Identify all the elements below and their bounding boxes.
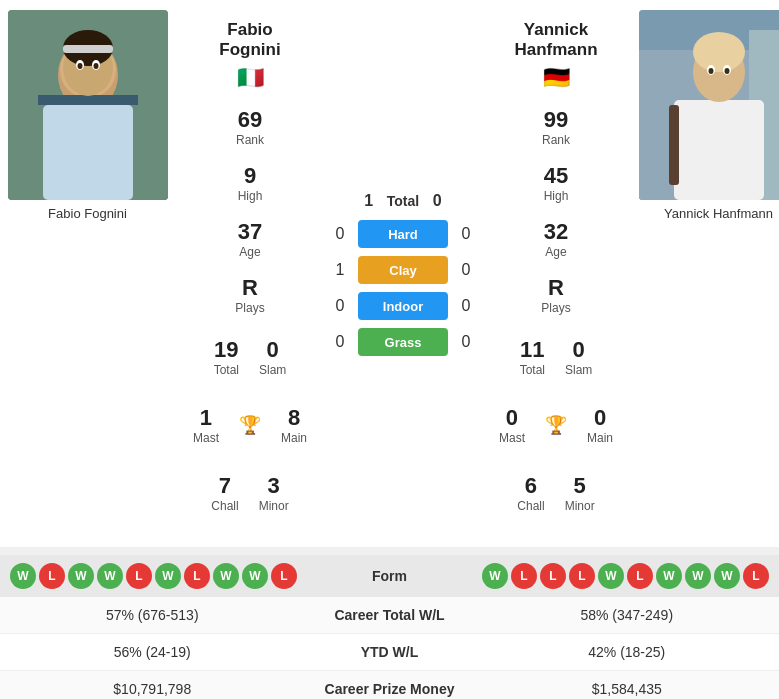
stats-table: 57% (676-513)Career Total W/L58% (347-24…	[0, 597, 779, 699]
stats-cell-center: Career Total W/L	[290, 607, 490, 623]
stats-cell-right: $1,584,435	[490, 681, 765, 697]
form-badge-right: L	[743, 563, 769, 589]
player-left-main-value: 8	[281, 405, 307, 431]
grass-row: 0 Grass 0	[330, 328, 476, 356]
player-left-age-block: 37 Age	[238, 219, 262, 259]
indoor-right-score: 0	[456, 297, 476, 315]
player-right-age-block: 32 Age	[544, 219, 568, 259]
player-left-high-value: 9	[238, 163, 263, 189]
player-right-photo	[639, 10, 780, 200]
player-left-rank-value: 69	[236, 107, 264, 133]
trophy-right-icon: 🏆	[545, 414, 567, 436]
indoor-button[interactable]: Indoor	[358, 292, 448, 320]
player-right-mast-value: 0	[499, 405, 525, 431]
player-left-chall-block: 7 Chall	[211, 473, 238, 513]
player-left-main-label: Main	[281, 431, 307, 445]
total-left-score: 1	[359, 192, 379, 210]
player-right-total-block: 11 Total	[520, 337, 545, 377]
player-right-minor-label: Minor	[565, 499, 595, 513]
form-badge-left: W	[10, 563, 36, 589]
form-label: Form	[372, 568, 407, 584]
trophy-left-icon: 🏆	[239, 414, 261, 436]
grass-button[interactable]: Grass	[358, 328, 448, 356]
player-right-name-line1: Yannick	[514, 20, 597, 40]
player-left-age-value: 37	[238, 219, 262, 245]
player-right-age-label: Age	[544, 245, 568, 259]
player-right-high-label: High	[544, 189, 569, 203]
svg-point-19	[693, 32, 745, 72]
player-left-name-line1: Fabio	[219, 20, 280, 40]
svg-rect-17	[674, 100, 764, 200]
stats-row: 56% (24-19)YTD W/L42% (18-25)	[0, 634, 779, 671]
player-right-plays-label: Plays	[541, 301, 570, 315]
form-badge-left: L	[271, 563, 297, 589]
player-left-stats: Fabio Fognini 🇮🇹 69 Rank 9 High 37 Age R…	[175, 10, 325, 537]
form-badge-left: W	[68, 563, 94, 589]
form-badge-right: W	[482, 563, 508, 589]
svg-rect-5	[43, 105, 133, 200]
hard-button[interactable]: Hard	[358, 220, 448, 248]
player-right-chall-value: 6	[517, 473, 544, 499]
stats-cell-left: 56% (24-19)	[15, 644, 290, 660]
players-section: Fabio Fognini Fabio Fognini 🇮🇹 69 Rank 9…	[0, 0, 779, 547]
svg-point-22	[708, 68, 713, 74]
player-right-high-value: 45	[544, 163, 569, 189]
player-right-total-label: Total	[520, 363, 545, 377]
total-row: 1 Total 0	[359, 192, 447, 210]
svg-point-10	[77, 63, 82, 69]
main-container: Fabio Fognini Fabio Fognini 🇮🇹 69 Rank 9…	[0, 0, 779, 699]
indoor-row: 0 Indoor 0	[330, 292, 476, 320]
stats-cell-left: $10,791,798	[15, 681, 290, 697]
player-left-chall-value: 7	[211, 473, 238, 499]
form-badge-left: W	[213, 563, 239, 589]
player-left-trophy: 🏆	[239, 397, 261, 453]
player-right-photo-col: Yannick Hanfmann	[631, 10, 779, 537]
player-right-trophy: 🏆	[545, 397, 567, 453]
form-badge-left: W	[242, 563, 268, 589]
player-left-minor-label: Minor	[259, 499, 289, 513]
player-left-plays-label: Plays	[235, 301, 264, 315]
player-right-flag: 🇩🇪	[514, 65, 597, 91]
form-badge-right: L	[511, 563, 537, 589]
player-left-rank-label: Rank	[236, 133, 264, 147]
player-left-mast-main-row: 1 Mast 🏆 8 Main	[193, 397, 307, 453]
player-right-mast-block: 0 Mast	[499, 405, 525, 445]
player-right-plays-block: R Plays	[541, 275, 570, 315]
player-right-main-block: 0 Main	[587, 405, 613, 445]
player-right-rank-value: 99	[542, 107, 570, 133]
player-left-name-label: Fabio Fognini	[48, 206, 127, 221]
stats-cell-center: YTD W/L	[290, 644, 490, 660]
player-right-chall-block: 6 Chall	[517, 473, 544, 513]
form-badge-right: L	[540, 563, 566, 589]
grass-right-score: 0	[456, 333, 476, 351]
player-right-high-block: 45 High	[544, 163, 569, 203]
player-right-total-slam-row: 11 Total 0 Slam	[520, 329, 593, 385]
clay-row: 1 Clay 0	[330, 256, 476, 284]
player-left-rank-block: 69 Rank	[236, 107, 264, 147]
form-badge-right: W	[685, 563, 711, 589]
player-right-minor-value: 5	[565, 473, 595, 499]
player-right-slam-value: 0	[565, 337, 592, 363]
player-left-total-block: 19 Total	[214, 337, 239, 377]
player-right-chall-minor-row: 6 Chall 5 Minor	[517, 465, 594, 521]
player-left-chall-minor-row: 7 Chall 3 Minor	[211, 465, 288, 521]
player-left-main-block: 8 Main	[281, 405, 307, 445]
player-right-mast-main-row: 0 Mast 🏆 0 Main	[499, 397, 613, 453]
form-badge-left: L	[126, 563, 152, 589]
player-left-mast-label: Mast	[193, 431, 219, 445]
form-badge-right: L	[569, 563, 595, 589]
player-right-slam-block: 0 Slam	[565, 337, 592, 377]
player-right-rank-block: 99 Rank	[542, 107, 570, 147]
player-left-plays-value: R	[235, 275, 264, 301]
form-badge-right: W	[656, 563, 682, 589]
player-right-age-value: 32	[544, 219, 568, 245]
clay-button[interactable]: Clay	[358, 256, 448, 284]
form-badge-right: W	[714, 563, 740, 589]
player-left-name-line2: Fognini	[219, 40, 280, 60]
total-label: Total	[387, 193, 419, 209]
player-left-minor-value: 3	[259, 473, 289, 499]
form-badge-right: L	[627, 563, 653, 589]
player-right-chall-label: Chall	[517, 499, 544, 513]
player-left-high-label: High	[238, 189, 263, 203]
form-badge-left: W	[155, 563, 181, 589]
